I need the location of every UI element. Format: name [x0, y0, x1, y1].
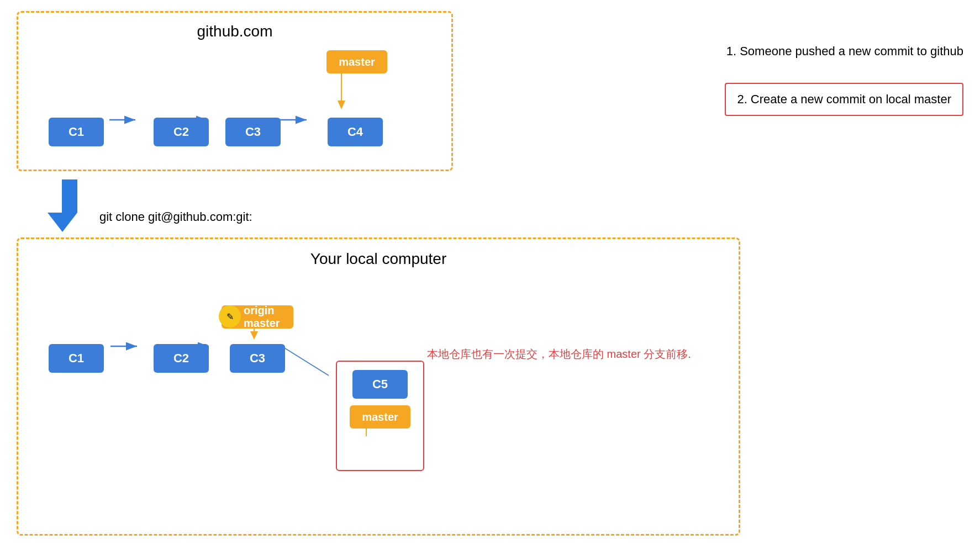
svg-marker-9: [48, 213, 77, 232]
origin-master-container: ✎ origin master: [222, 305, 293, 329]
new-commit-box: C5 master: [336, 361, 424, 471]
commit-c5: C5: [352, 370, 408, 399]
origin-circle-icon: ✎: [219, 305, 241, 327]
github-box: github.com C1 C2 C3 C4 master: [17, 11, 453, 171]
local-box: Your local computer C1 C2 C3 ✎ origin ma…: [17, 237, 740, 536]
main-container: github.com C1 C2 C3 C4 master 1. Someone…: [0, 0, 980, 550]
commit-c4-github: C4: [328, 118, 383, 146]
local-title: Your local computer: [310, 250, 446, 268]
local-master-label: master: [350, 405, 410, 429]
github-master-label: master: [326, 50, 387, 73]
commit-c3-github: C3: [225, 118, 281, 146]
commit-c3-local: C3: [230, 344, 285, 373]
commit-c2-github: C2: [154, 118, 209, 146]
step2-box: 2. Create a new commit on local master: [725, 83, 963, 116]
commit-c1-github: C1: [49, 118, 104, 146]
svg-rect-8: [62, 179, 77, 213]
github-title: github.com: [197, 23, 273, 40]
commit-c1-local: C1: [49, 344, 104, 373]
commit-c2-local: C2: [154, 344, 209, 373]
clone-text: git clone git@github.com:git:: [99, 210, 252, 224]
annotation-text: 本地仓库也有一次提交，本地仓库的 master 分支前移.: [427, 347, 691, 362]
step1-text: 1. Someone pushed a new commit to github: [726, 44, 963, 59]
